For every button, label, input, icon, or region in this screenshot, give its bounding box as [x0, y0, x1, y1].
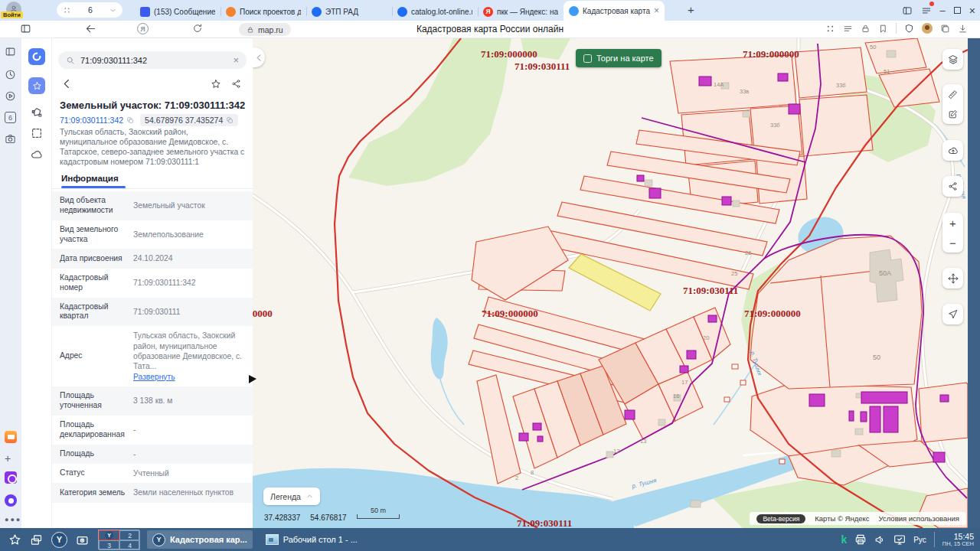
alice-icon[interactable]: [5, 494, 17, 507]
trades-on-map-button[interactable]: Торги на карте: [576, 49, 662, 67]
maximize-button[interactable]: [954, 7, 961, 14]
cadastral-number-link[interactable]: 71:09:030111:342: [60, 116, 134, 125]
map-drawing[interactable]: 71:09:00000071:09:00000071:09:03011171:0…: [253, 38, 968, 528]
tabs-copy-icon[interactable]: [940, 24, 950, 34]
kaspersky-icon[interactable]: k: [841, 533, 847, 546]
browser-tab[interactable]: (153) Сообщение: [135, 2, 220, 21]
map-canvas[interactable]: 71:09:00000071:09:00000071:09:03011171:0…: [253, 38, 980, 528]
printer-icon[interactable]: [854, 533, 867, 546]
shield-icon[interactable]: [904, 24, 914, 34]
browser-menu-icon[interactable]: [921, 4, 932, 18]
zoom-out-button[interactable]: −: [942, 233, 963, 253]
folder-view-icon[interactable]: [76, 533, 89, 546]
latitude: 54.676817: [310, 514, 346, 522]
measure-button[interactable]: [942, 84, 963, 104]
screenshot-icon[interactable]: [5, 133, 16, 145]
clock[interactable]: 15:45 ПН, 15 СЕН: [942, 532, 974, 548]
new-tab-button[interactable]: +: [688, 3, 694, 16]
parcel-number: 2: [515, 474, 518, 481]
yandex-browser-icon[interactable]: Y: [51, 532, 67, 548]
download-icon[interactable]: [958, 24, 968, 34]
favorites-button[interactable]: [28, 77, 45, 94]
cadastral-quarter-label: 71:09:030111: [514, 60, 570, 72]
parcel-number: 50А: [879, 269, 891, 277]
desktop-pager[interactable]: Y 2 3 4: [98, 530, 139, 549]
side-panel-icon[interactable]: [902, 5, 913, 16]
play-icon[interactable]: [5, 90, 16, 102]
browser-tab[interactable]: catalog.lot-online.ru/inde: [392, 2, 478, 21]
zoom-in-button[interactable]: +: [942, 213, 963, 233]
screen: Войти 6 (153) СообщениеПоиск проектов до…: [0, 0, 980, 551]
counter-badge[interactable]: 6: [5, 112, 16, 123]
mail-icon[interactable]: [5, 431, 17, 443]
desktop-4[interactable]: 4: [119, 540, 140, 550]
tab-information[interactable]: Информация: [61, 174, 119, 183]
bookmark-icon[interactable]: [878, 24, 888, 34]
extension-avatar-icon[interactable]: [922, 23, 933, 34]
layers-button[interactable]: [942, 49, 963, 70]
info-value: Земли населенных пунктов: [133, 487, 245, 497]
my-location-button[interactable]: [942, 304, 963, 324]
terms-link[interactable]: Условия использования: [879, 514, 959, 523]
clear-search-icon[interactable]: ×: [233, 54, 239, 66]
pan-button[interactable]: [942, 268, 963, 289]
browser-tab[interactable]: Поиск проектов докуме: [220, 2, 306, 21]
copy-icon[interactable]: [126, 116, 134, 124]
language-indicator[interactable]: Рус: [913, 536, 926, 544]
search-input[interactable]: 71:09:030111:342: [80, 56, 227, 65]
upload-button[interactable]: [942, 140, 963, 161]
tab-close-icon[interactable]: ×: [654, 6, 659, 15]
tab-groups-icon[interactable]: [825, 24, 835, 34]
app-logo[interactable]: [28, 48, 45, 65]
polygon-tool-icon[interactable]: [31, 106, 43, 119]
minimize-button[interactable]: –: [940, 5, 946, 16]
login-badge[interactable]: Войти: [1, 11, 23, 18]
more-dots-icon[interactable]: ●●●: [5, 516, 21, 523]
area-select-icon[interactable]: [31, 127, 43, 139]
search-box[interactable]: 71:09:030111:342 ×: [58, 51, 247, 69]
speaker-icon[interactable]: [874, 534, 886, 546]
close-button[interactable]: ×: [969, 5, 975, 17]
favorite-star-icon[interactable]: [211, 79, 221, 90]
river-label: р. Тушня: [630, 477, 658, 490]
cloud-icon[interactable]: [31, 148, 43, 161]
share-icon[interactable]: [231, 79, 241, 89]
favorites-star-icon[interactable]: [8, 533, 21, 546]
desktop-2[interactable]: 2: [119, 530, 140, 540]
display-check-icon[interactable]: [893, 533, 906, 546]
tab-title: (153) Сообщение: [154, 8, 215, 16]
info-row: Категория земельЗемли населенных пунктов: [52, 483, 253, 502]
legend-label: Легенда: [270, 492, 301, 501]
parcel-title: Земельный участок: 71:09:030111:342: [60, 99, 248, 111]
back-chevron-icon[interactable]: [61, 78, 73, 90]
taskbar: Y Y 2 3 4 Y Кадастровая кар... Рабочий с…: [0, 528, 980, 551]
tab-title: Кадастровая карта Ро: [583, 7, 650, 15]
legend-button[interactable]: Легенда: [263, 487, 320, 505]
share-map-button[interactable]: [942, 176, 963, 197]
coordinates-chip[interactable]: 54.678976 37.435274: [140, 114, 238, 126]
parcel-number: 50: [873, 354, 880, 361]
protect-lock-icon[interactable]: [861, 24, 871, 34]
expand-link[interactable]: Развернуть: [133, 373, 175, 381]
trades-checkbox[interactable]: [583, 54, 592, 63]
windows-icon[interactable]: [30, 533, 43, 546]
tab-favicon-icon: [569, 6, 579, 16]
tab-count-pill[interactable]: 6: [57, 2, 122, 18]
reader-mode-icon[interactable]: [843, 24, 853, 34]
copy-icon[interactable]: [226, 116, 234, 124]
add-icon[interactable]: +: [5, 452, 11, 465]
task-desktop[interactable]: Рабочий стол 1 - ...: [260, 530, 363, 549]
disk-icon[interactable]: [5, 471, 17, 484]
browser-tab[interactable]: ЭТП РАД: [306, 2, 392, 21]
history-clock-icon[interactable]: [5, 69, 16, 80]
task-browser[interactable]: Y Кадастровая кар...: [147, 530, 253, 549]
parcel-number: 33в: [740, 88, 749, 95]
draw-button[interactable]: [942, 104, 963, 124]
desktop-1[interactable]: Y: [99, 530, 119, 540]
panels-icon[interactable]: [5, 46, 16, 57]
browser-tab[interactable]: Япкк — Яндекс: нашлось: [478, 2, 564, 21]
desktop-3[interactable]: 3: [99, 540, 119, 550]
copyright: Карты © Яндекс: [815, 514, 869, 523]
browser-tab[interactable]: Кадастровая карта Ро×: [564, 1, 665, 21]
info-value: Земельный участок: [133, 201, 245, 210]
